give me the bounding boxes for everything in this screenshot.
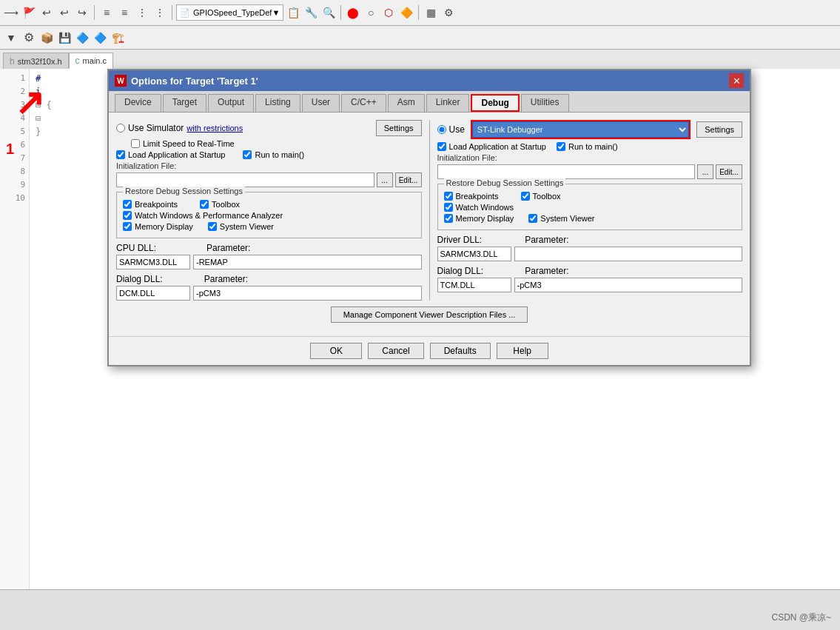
tab-listing[interactable]: Listing: [255, 94, 300, 112]
cancel-button[interactable]: Cancel: [368, 343, 423, 359]
right-column: Use ST-Link Debugger Settings Load Appli…: [437, 120, 743, 301]
line-8: 8: [0, 165, 25, 178]
left-run-main-checkbox[interactable]: [243, 150, 252, 159]
toolbar-btn-gear[interactable]: ⚙: [440, 4, 457, 21]
left-init-input[interactable]: [116, 172, 374, 187]
toolbar-btn-1[interactable]: ⟶: [3, 4, 19, 21]
right-use-radio[interactable]: [437, 125, 446, 134]
file-tabs: h stm32f10x.h c main.c: [0, 50, 840, 69]
right-driver-param-label: Parameter:: [525, 235, 568, 245]
tab-user[interactable]: User: [302, 94, 340, 112]
left-dialog-param-input[interactable]: [193, 286, 422, 301]
right-run-main-checkbox[interactable]: [557, 142, 565, 151]
left-edit-btn[interactable]: Edit...: [395, 172, 422, 187]
tab-asm[interactable]: Asm: [388, 94, 425, 112]
tab-cc[interactable]: C/C++: [341, 94, 386, 112]
sep1: [94, 5, 95, 20]
left-settings-btn[interactable]: Settings: [376, 120, 422, 136]
debugger-select[interactable]: ST-Link Debugger: [472, 121, 689, 138]
toolbar2-btn-4[interactable]: 💾: [56, 30, 73, 46]
toolbar-btn-grid[interactable]: ▦: [423, 4, 439, 21]
left-toolbox-label: Toolbox: [212, 200, 240, 209]
tab-stm32-label: stm32f10x.h: [18, 57, 62, 66]
toolbar-btn-5[interactable]: ≡: [98, 4, 115, 21]
tab-main[interactable]: c main.c: [69, 53, 113, 69]
toolbar-btn-7[interactable]: ⋮: [134, 4, 150, 21]
left-cpu-param-input[interactable]: [193, 255, 422, 269]
manage-btn[interactable]: Manage Component Viewer Description File…: [331, 306, 528, 323]
left-mem-checkbox[interactable]: [123, 222, 132, 231]
tab-device[interactable]: Device: [115, 94, 161, 112]
left-dialog-dll-input[interactable]: [116, 286, 190, 301]
left-load-run-row: Load Application at Startup Run to main(…: [116, 150, 422, 159]
line-4: 4: [0, 112, 25, 125]
toolbar2-btn-3[interactable]: 📦: [38, 30, 55, 46]
options-dialog: W Options for Target 'Target 1' ✕ Device…: [107, 69, 751, 366]
left-browse-btn[interactable]: ...: [377, 172, 393, 187]
right-dll-section: Driver DLL: Parameter: Dialog DLL: Param…: [437, 235, 743, 292]
help-button[interactable]: Help: [497, 343, 548, 359]
right-browse-btn[interactable]: ...: [697, 164, 713, 179]
right-driver-dll-input[interactable]: [437, 247, 511, 261]
limit-speed-checkbox[interactable]: [131, 139, 140, 148]
left-load-app-checkbox[interactable]: [116, 150, 125, 159]
toolbar-btn-circle[interactable]: ○: [363, 4, 379, 21]
left-watch-checkbox[interactable]: [123, 211, 132, 220]
dialog-title: Options for Target 'Target 1': [131, 76, 258, 87]
right-settings-btn[interactable]: Settings: [696, 121, 742, 138]
left-toolbox-checkbox[interactable]: [200, 200, 209, 209]
right-bp-checkbox[interactable]: [444, 192, 453, 201]
dialog-tabs: Device Target Output Listing User C/C++ …: [109, 91, 750, 113]
right-driver-param-input[interactable]: [514, 247, 743, 261]
toolbar-btn-6[interactable]: ≡: [116, 4, 132, 21]
sep4: [418, 5, 419, 20]
toolbar-btn-4[interactable]: ↪: [74, 4, 90, 21]
right-toolbox-label: Toolbox: [533, 192, 561, 201]
toolbar-btn-red[interactable]: ⬤: [345, 4, 361, 21]
toolbar-btn-11[interactable]: 🔶: [398, 4, 414, 21]
tab-linker[interactable]: Linker: [426, 94, 470, 112]
toolbar2-btn-6[interactable]: 🔷: [92, 30, 108, 46]
toolbar2-btn-2[interactable]: ⚙: [21, 30, 37, 46]
right-sv-checkbox[interactable]: [528, 214, 537, 223]
toolbar-btn-9[interactable]: 📋: [285, 4, 301, 21]
limit-speed-label: Limit Speed to Real-Time: [143, 139, 235, 148]
toolbar-btn-flag[interactable]: 🚩: [21, 4, 37, 21]
left-sv-checkbox[interactable]: [208, 222, 217, 231]
left-cpu-dll-input[interactable]: [116, 255, 190, 269]
line-1: 1: [0, 72, 25, 85]
toolbar2-btn-5[interactable]: 🔷: [74, 30, 90, 46]
right-mem-checkbox[interactable]: [444, 214, 453, 223]
toolbar-btn-stop[interactable]: ⬡: [380, 4, 397, 21]
simulator-link[interactable]: with restrictions: [187, 124, 243, 133]
file-dropdown[interactable]: 📄 GPIOSpeed_TypeDef ▼: [176, 4, 283, 21]
right-toolbox-checkbox[interactable]: [521, 192, 530, 201]
defaults-button[interactable]: Defaults: [430, 343, 491, 359]
toolbar-btn-3[interactable]: ↩: [56, 4, 73, 21]
left-bp-checkbox[interactable]: [123, 200, 132, 209]
left-dialog-param-label: Parameter:: [204, 274, 248, 284]
right-watch-checkbox[interactable]: [444, 203, 453, 212]
toolbar-btn-8[interactable]: ⋮: [152, 4, 168, 21]
dialog-close-button[interactable]: ✕: [729, 73, 744, 88]
toolbar-btn-search[interactable]: 🔍: [320, 4, 337, 21]
tab-target[interactable]: Target: [163, 94, 206, 112]
tab-stm32[interactable]: h stm32f10x.h: [3, 53, 69, 69]
toolbar-btn-2[interactable]: ↩: [38, 4, 55, 21]
simulator-radio[interactable]: [116, 124, 125, 133]
dialog-title-icon: W: [115, 75, 127, 87]
right-dialog-param-input[interactable]: [514, 278, 743, 292]
toolbar-btn-10[interactable]: 🔧: [303, 4, 319, 21]
tab-output[interactable]: Output: [208, 94, 254, 112]
tab-utilities[interactable]: Utilities: [521, 94, 569, 112]
toolbar2-btn-1[interactable]: ▼: [3, 30, 19, 46]
ok-button[interactable]: OK: [310, 343, 362, 359]
toolbar-row2: ▼ ⚙ 📦 💾 🔷 🔷 🏗️: [0, 26, 840, 50]
right-dialog-dll-input[interactable]: [437, 278, 511, 292]
right-init-input[interactable]: [437, 164, 696, 179]
right-edit-btn[interactable]: Edit...: [716, 164, 742, 179]
toolbar2-btn-7[interactable]: 🏗️: [110, 30, 126, 46]
right-load-app-checkbox[interactable]: [437, 142, 446, 151]
tab-debug[interactable]: Debug: [471, 94, 519, 112]
left-dialog-dll-label: Dialog DLL:: [116, 274, 163, 284]
